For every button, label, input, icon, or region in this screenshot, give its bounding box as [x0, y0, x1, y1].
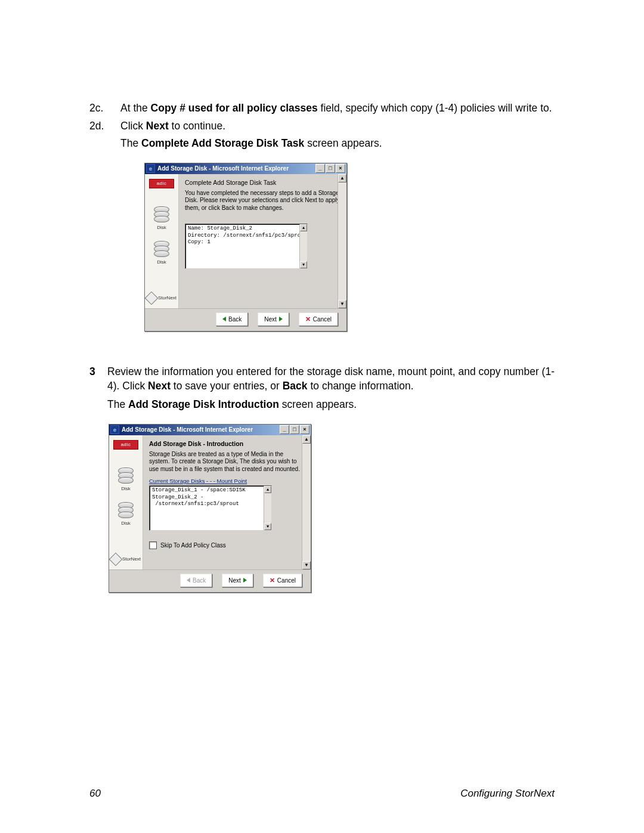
adic-logo: adic	[149, 179, 174, 188]
step-2c-text: At the Copy # used for all policy classe…	[120, 101, 555, 116]
ie-icon: e	[146, 164, 155, 173]
step-2c-prefix: At the	[120, 102, 151, 114]
stornext-label-2: StorNext	[122, 556, 141, 562]
intro-bold: Add Storage Disk Introduction	[128, 398, 279, 410]
page-footer: 60 Configuring StorNext	[89, 788, 555, 800]
disk-icon	[118, 502, 134, 518]
button-bar-2: Back Next ✕Cancel	[109, 569, 311, 592]
step-2d-suffix: to continue.	[169, 120, 225, 132]
back-label: Back	[228, 316, 242, 323]
step-2d-prefix: Click	[120, 120, 146, 132]
step-2d-text: Click Next to continue.	[120, 119, 555, 134]
maximize-button[interactable]: □	[326, 164, 335, 173]
step-3-text: Review the information you entered for t…	[107, 365, 555, 393]
skip-checkbox[interactable]	[149, 541, 157, 549]
scroll-down-icon[interactable]: ▼	[302, 561, 311, 569]
scroll-up-icon[interactable]: ▲	[264, 486, 271, 493]
back-button-disabled: Back	[180, 574, 212, 587]
step-2c-bold: Copy # used for all policy classes	[151, 102, 318, 114]
next-arrow-icon	[243, 578, 247, 583]
stornext-label-1: StorNext	[158, 295, 177, 301]
step-2d-label: 2d.	[89, 119, 120, 134]
dialog-2-heading: Add Storage Disk - Introduction	[149, 440, 305, 447]
step-2c-suffix: field, specify which copy (1-4) policies…	[318, 102, 552, 114]
disk-icon	[154, 206, 169, 222]
dialog-1-desc: You have completed the necessary steps t…	[185, 190, 340, 212]
content-1: Complete Add Storage Disk Task You have …	[179, 174, 346, 308]
section-title: Configuring StorNext	[460, 788, 555, 800]
scroll-up-icon[interactable]: ▲	[302, 435, 311, 444]
scrollbar[interactable]: ▲▼	[264, 486, 271, 530]
step-2d-bold: Next	[146, 120, 169, 132]
page-number: 60	[89, 788, 101, 800]
scroll-up-icon[interactable]: ▲	[338, 174, 346, 182]
disk-label-1a: Disk	[157, 225, 166, 230]
intro-line: The Add Storage Disk Introduction screen…	[107, 398, 555, 412]
scroll-down-icon[interactable]: ▼	[338, 300, 346, 308]
ie-icon: e	[110, 425, 119, 434]
window-1-title: Add Storage Disk - Microsoft Internet Ex…	[157, 165, 289, 172]
sidebar-2: adic Disk Disk StorNext	[109, 435, 143, 569]
screenshot-introduction: e Add Storage Disk - Microsoft Internet …	[109, 424, 555, 593]
window-2-title: Add Storage Disk - Microsoft Internet Ex…	[122, 426, 253, 433]
back-arrow-icon	[222, 317, 226, 321]
cancel-label: Cancel	[313, 316, 332, 323]
sidebar-1: adic Disk Disk StorNext	[145, 174, 179, 308]
next-label: Next	[264, 316, 277, 323]
scroll-down-icon[interactable]: ▼	[300, 261, 307, 268]
skip-checkbox-row: Skip To Add Policy Class	[149, 541, 305, 549]
maximize-button[interactable]: □	[290, 425, 299, 434]
window-scrollbar[interactable]: ▲▼	[302, 435, 311, 569]
window-scrollbar[interactable]: ▲▼	[338, 174, 346, 308]
complete-bold: Complete Add Storage Disk Task	[141, 137, 304, 149]
next-label-2: Next	[228, 577, 241, 584]
disk-icon	[154, 241, 169, 257]
summary-text: Name: Storage_Disk_2 Directory: /stornex…	[188, 225, 307, 245]
cancel-button[interactable]: ✕Cancel	[263, 574, 302, 587]
disk-icon	[118, 467, 134, 484]
stornext-icon	[145, 292, 159, 305]
close-button[interactable]: ×	[336, 164, 345, 173]
cancel-x-icon: ✕	[270, 577, 275, 584]
dialog-2-desc: Storage Disks are treated as a type of M…	[149, 451, 305, 473]
disks-text: Storage_Disk_1 - /space:SDISK Storage_Di…	[152, 487, 246, 507]
scroll-up-icon[interactable]: ▲	[300, 224, 307, 231]
titlebar-2: e Add Storage Disk - Microsoft Internet …	[109, 425, 311, 435]
disks-textbox[interactable]: Storage_Disk_1 - /space:SDISK Storage_Di…	[149, 485, 272, 531]
next-button[interactable]: Next	[258, 312, 289, 326]
step-list: 2c. At the Copy # used for all policy cl…	[89, 101, 555, 151]
content-2: Add Storage Disk - Introduction Storage …	[143, 435, 311, 569]
intro-suffix: screen appears.	[279, 398, 357, 410]
minimize-button[interactable]: _	[280, 425, 289, 434]
button-bar-1: Back Next ✕Cancel	[145, 308, 346, 331]
back-button[interactable]: Back	[216, 312, 248, 326]
skip-label: Skip To Add Policy Class	[160, 542, 226, 549]
step-2c: 2c. At the Copy # used for all policy cl…	[89, 101, 555, 116]
cancel-label-2: Cancel	[277, 577, 296, 584]
disk-label-2b: Disk	[121, 521, 131, 526]
window-2-body: adic Disk Disk StorNext	[109, 435, 311, 569]
summary-textbox[interactable]: Name: Storage_Disk_2 Directory: /stornex…	[185, 224, 308, 269]
page: 2c. At the Copy # used for all policy cl…	[0, 0, 644, 833]
adic-logo: adic	[113, 440, 138, 450]
next-arrow-icon	[279, 317, 283, 321]
scrollbar[interactable]: ▲▼	[299, 224, 307, 268]
stornext-icon	[109, 552, 123, 566]
step-3-number: 3	[89, 365, 107, 393]
step-2c-label: 2c.	[89, 101, 120, 116]
scroll-down-icon[interactable]: ▼	[264, 523, 271, 530]
close-button[interactable]: ×	[300, 425, 309, 434]
current-disks-link[interactable]: Current Storage Disks - - - Mount Point	[149, 478, 305, 484]
cancel-button[interactable]: ✕Cancel	[299, 312, 338, 326]
step-3-t2: to save your entries, or	[171, 380, 283, 392]
step-3-t3: to change information.	[308, 380, 414, 392]
step-3-b1: Next	[148, 380, 171, 392]
next-button[interactable]: Next	[222, 574, 253, 587]
step-2d: 2d. Click Next to continue.	[89, 119, 555, 134]
disk-label-1b: Disk	[157, 259, 166, 265]
window-controls-1: _ □ ×	[315, 164, 345, 173]
intro-prefix: The	[107, 398, 128, 410]
stornext-row-2: StorNext	[111, 555, 141, 566]
minimize-button[interactable]: _	[315, 164, 325, 173]
cancel-x-icon: ✕	[305, 315, 311, 323]
